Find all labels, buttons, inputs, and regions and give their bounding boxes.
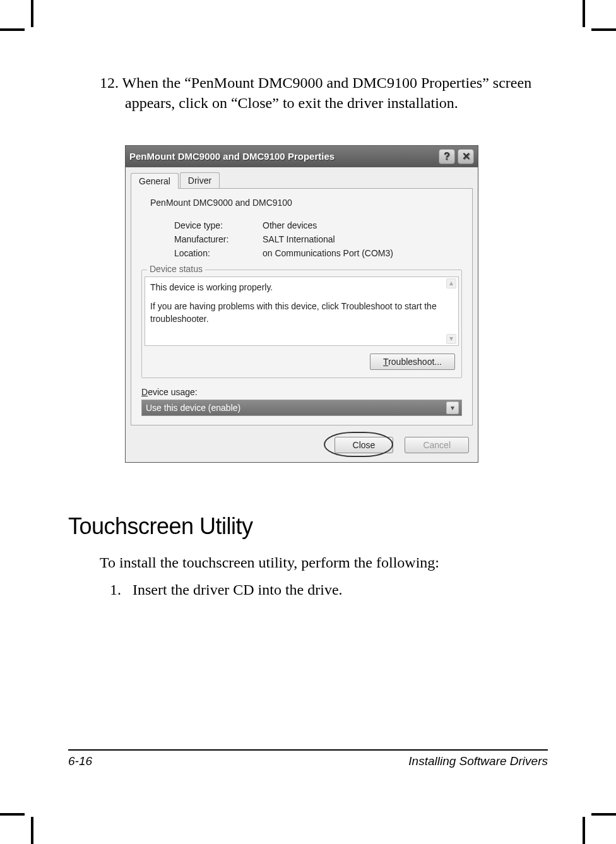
tab-driver[interactable]: Driver bbox=[180, 172, 220, 188]
properties-dialog: PenMount DMC9000 and DMC9100 Properties … bbox=[125, 145, 478, 463]
tab-body: PenMount DMC9000 and DMC9100 Device type… bbox=[131, 188, 473, 425]
property-grid: Device type: Other devices Manufacturer:… bbox=[174, 220, 462, 258]
help-icon[interactable]: ? bbox=[439, 149, 455, 164]
device-usage-select[interactable]: Use this device (enable) ▾ bbox=[141, 400, 462, 416]
manufacturer-value: SALT International bbox=[263, 234, 335, 244]
list-item-1-num: 1. bbox=[110, 581, 121, 598]
scroll-down-icon[interactable]: ▾ bbox=[446, 334, 456, 344]
cancel-button: Cancel bbox=[405, 437, 469, 453]
device-status-fieldset: Device status This device is working pro… bbox=[141, 270, 462, 378]
location-value: on Communications Port (COM3) bbox=[263, 248, 393, 258]
dialog-footer: Close Cancel bbox=[126, 431, 478, 462]
list-item-1: 1. Insert the driver CD into the drive. bbox=[100, 581, 548, 598]
titlebar: PenMount DMC9000 and DMC9100 Properties … bbox=[126, 146, 478, 167]
step-text: When the “PenMount DMC9000 and DMC9100 P… bbox=[122, 74, 532, 111]
manufacturer-label: Manufacturer: bbox=[174, 234, 263, 244]
tabs: General Driver bbox=[126, 167, 478, 188]
page-content: 12. When the “PenMount DMC9000 and DMC91… bbox=[68, 73, 548, 781]
page-number: 6-16 bbox=[68, 754, 92, 768]
troubleshoot-rest: roubleshoot... bbox=[388, 357, 442, 367]
device-status-text: This device is working properly. If you … bbox=[145, 276, 459, 346]
step-12: 12. When the “PenMount DMC9000 and DMC91… bbox=[100, 73, 548, 114]
status-line1: This device is working properly. bbox=[150, 281, 443, 294]
tab-general[interactable]: General bbox=[131, 173, 179, 189]
device-usage-selected: Use this device (enable) bbox=[146, 403, 240, 413]
properties-dialog-wrap: PenMount DMC9000 and DMC9100 Properties … bbox=[125, 145, 478, 463]
location-label: Location: bbox=[174, 248, 263, 258]
device-header: PenMount DMC9000 and DMC9100 bbox=[141, 198, 462, 208]
scrollbar[interactable]: ▴ ▾ bbox=[446, 278, 457, 344]
chevron-down-icon[interactable]: ▾ bbox=[446, 401, 459, 414]
device-type-value: Other devices bbox=[263, 220, 317, 230]
dialog-title: PenMount DMC9000 and DMC9100 Properties bbox=[129, 151, 335, 162]
device-status-legend: Device status bbox=[147, 264, 205, 274]
footer-chapter: Installing Software Drivers bbox=[408, 754, 548, 768]
device-type-label: Device type: bbox=[174, 220, 263, 230]
scroll-up-icon[interactable]: ▴ bbox=[446, 278, 456, 288]
device-usage-label: Device usage: bbox=[141, 387, 462, 397]
close-button[interactable]: Close bbox=[335, 437, 394, 453]
troubleshoot-button[interactable]: Troubleshoot... bbox=[370, 354, 455, 370]
section-heading: Touchscreen Utility bbox=[68, 513, 548, 540]
page-footer: 6-16 Installing Software Drivers bbox=[68, 749, 548, 768]
step-number: 12. bbox=[100, 74, 119, 91]
section-intro: To install the touchscreen utility, perf… bbox=[100, 552, 548, 573]
list-item-1-text: Insert the driver CD into the drive. bbox=[133, 581, 343, 598]
close-icon[interactable]: ✕ bbox=[458, 149, 474, 164]
status-line2: If you are having problems with this dev… bbox=[150, 300, 443, 326]
device-name: PenMount DMC9000 and DMC9100 bbox=[150, 198, 292, 208]
